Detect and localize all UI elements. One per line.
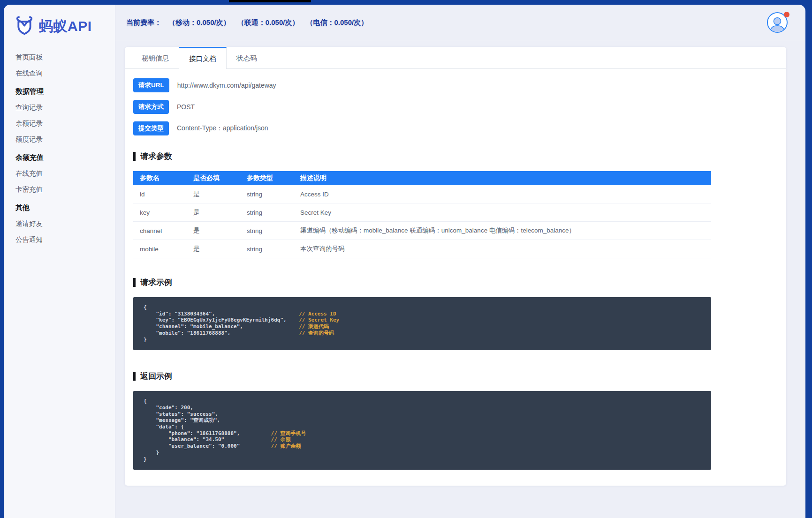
notification-dot-icon bbox=[784, 12, 789, 17]
section-request-params: 请求参数 bbox=[133, 151, 721, 162]
code-comment: // 余额 bbox=[271, 436, 291, 443]
logo[interactable]: 蚂蚁API bbox=[4, 5, 115, 49]
content-type-value: Content-Type：application/json bbox=[177, 124, 268, 133]
request-url-badge: 请求URL bbox=[133, 78, 169, 92]
sidebar-item-online-recharge[interactable]: 在线充值 bbox=[15, 165, 115, 181]
content-scroll-area: 秘钥信息 接口文档 状态码 请求URL http://www.dkym.com/… bbox=[115, 41, 805, 518]
tab-status-codes[interactable]: 状态码 bbox=[227, 47, 267, 68]
code-comment: // Secret Key bbox=[299, 317, 339, 323]
app-page: 蚂蚁API 首页面板 在线查询 数据管理 查询记录 余额记录 额度记录 余额充值… bbox=[4, 5, 805, 518]
user-avatar[interactable] bbox=[767, 12, 789, 34]
request-url-value: http://www.dkym.com/api/gateway bbox=[177, 82, 276, 89]
param-required: 是 bbox=[187, 203, 240, 222]
table-row: id 是 string Access ID bbox=[133, 185, 711, 203]
param-desc: 渠道编码（移动编码：mobile_balance 联通编码：unicom_bal… bbox=[294, 222, 711, 240]
col-header-description: 描述说明 bbox=[294, 171, 711, 185]
param-name: id bbox=[133, 185, 187, 203]
table-row: key 是 string Secret Key bbox=[133, 203, 711, 222]
code-comment: // 查询手机号 bbox=[271, 430, 306, 436]
code-text: "message": "查询成功", bbox=[144, 417, 271, 424]
browser-artifact-bar bbox=[229, 0, 311, 2]
tab-api-docs[interactable]: 接口文档 bbox=[179, 47, 227, 69]
sidebar: 蚂蚁API 首页面板 在线查询 数据管理 查询记录 余额记录 额度记录 余额充值… bbox=[4, 5, 115, 518]
section-request-params-title: 请求参数 bbox=[140, 151, 172, 162]
content-type-badge: 提交类型 bbox=[133, 121, 169, 135]
logo-text: 蚂蚁API bbox=[39, 17, 92, 36]
table-row: mobile 是 string 本次查询的号码 bbox=[133, 240, 711, 258]
request-method-row: 请求方式 POST bbox=[133, 100, 721, 114]
sidebar-item-card-recharge[interactable]: 卡密充值 bbox=[15, 181, 115, 197]
fee-rate-mobile: （移动：0.050/次） bbox=[168, 18, 230, 27]
sidebar-item-invite-friends[interactable]: 邀请好友 bbox=[15, 216, 115, 232]
param-required: 是 bbox=[187, 222, 240, 240]
ant-logo-icon bbox=[14, 16, 35, 37]
param-name: key bbox=[133, 203, 187, 222]
section-response-example-title: 返回示例 bbox=[140, 371, 172, 382]
code-text: "code": 200, bbox=[144, 405, 271, 411]
code-text: } bbox=[144, 456, 271, 463]
col-header-required: 是否必填 bbox=[187, 171, 240, 185]
param-name: mobile bbox=[133, 240, 187, 258]
fee-rate-unicom: （联通：0.050/次） bbox=[237, 18, 299, 27]
params-table: 参数名 是否必填 参数类型 描述说明 id 是 string A bbox=[133, 171, 711, 258]
current-fee-rates: 当前费率： （移动：0.050/次） （联通：0.050/次） （电信：0.05… bbox=[126, 18, 368, 27]
col-header-param-name: 参数名 bbox=[133, 171, 187, 185]
param-type: string bbox=[240, 240, 294, 258]
sidebar-menu: 首页面板 在线查询 数据管理 查询记录 余额记录 额度记录 余额充值 在线充值 … bbox=[4, 49, 115, 248]
main-area: 当前费率： （移动：0.050/次） （联通：0.050/次） （电信：0.05… bbox=[115, 5, 805, 518]
param-type: string bbox=[240, 185, 294, 203]
code-text: "phone": "18611768888", bbox=[144, 430, 271, 437]
code-text: { bbox=[144, 304, 299, 311]
fee-rate-telecom: （电信：0.050/次） bbox=[306, 18, 368, 27]
response-example-code: { "code": 200, "status": "success", "mes… bbox=[133, 391, 711, 470]
request-url-row: 请求URL http://www.dkym.com/api/gateway bbox=[133, 78, 721, 92]
topbar: 当前费率： （移动：0.050/次） （联通：0.050/次） （电信：0.05… bbox=[115, 5, 805, 41]
api-doc-card: 秘钥信息 接口文档 状态码 请求URL http://www.dkym.com/… bbox=[125, 47, 786, 486]
sidebar-item-announcements[interactable]: 公告通知 bbox=[15, 232, 115, 248]
code-comment: // 账户余额 bbox=[271, 443, 301, 449]
param-desc: Access ID bbox=[294, 185, 711, 203]
code-text: "id": "3138034364", bbox=[144, 311, 299, 317]
section-request-example: 请求示例 bbox=[133, 277, 721, 288]
code-text: "mobile": "18611768888", bbox=[144, 330, 299, 337]
col-header-param-type: 参数类型 bbox=[240, 171, 294, 185]
code-text: { bbox=[144, 398, 271, 405]
sidebar-group-other: 其他 bbox=[15, 200, 115, 216]
code-text: "balance": "34.50" bbox=[144, 436, 271, 443]
table-row: channel 是 string 渠道编码（移动编码：mobile_balanc… bbox=[133, 222, 711, 240]
sidebar-group-recharge: 余额充值 bbox=[15, 150, 115, 165]
section-bar-icon bbox=[133, 152, 136, 161]
param-type: string bbox=[240, 203, 294, 222]
section-bar-icon bbox=[133, 278, 136, 287]
code-text: "key": "EBOEGqUx7yIjcFyU8egvKEyrmilhj6dq… bbox=[144, 317, 299, 323]
section-request-example-title: 请求示例 bbox=[140, 277, 172, 288]
sidebar-item-home[interactable]: 首页面板 bbox=[15, 49, 115, 65]
param-type: string bbox=[240, 222, 294, 240]
tab-panel-api-docs: 请求URL http://www.dkym.com/api/gateway 请求… bbox=[125, 69, 721, 470]
code-text: } bbox=[144, 450, 271, 456]
sidebar-group-data: 数据管理 bbox=[15, 83, 115, 99]
code-text: "status": "success", bbox=[144, 411, 271, 418]
sidebar-item-quota-records[interactable]: 额度记录 bbox=[15, 131, 115, 147]
section-bar-icon bbox=[133, 372, 136, 381]
tab-bar: 秘钥信息 接口文档 状态码 bbox=[125, 47, 786, 69]
section-response-example: 返回示例 bbox=[133, 371, 721, 382]
content-type-row: 提交类型 Content-Type：application/json bbox=[133, 121, 721, 135]
code-text: "user_balance": "0.000" bbox=[144, 443, 271, 450]
request-method-badge: 请求方式 bbox=[133, 100, 169, 114]
code-comment: // Access ID bbox=[299, 311, 336, 317]
request-example-code: { "id": "3138034364",// Access ID "key":… bbox=[133, 297, 711, 350]
param-required: 是 bbox=[187, 185, 240, 203]
sidebar-item-online-query[interactable]: 在线查询 bbox=[15, 65, 115, 81]
code-comment: // 查询的号码 bbox=[299, 330, 334, 336]
request-method-value: POST bbox=[177, 103, 195, 111]
param-desc: Secret Key bbox=[294, 203, 711, 222]
code-text: "channel": "mobile_balance", bbox=[144, 323, 299, 330]
code-comment: // 渠道代码 bbox=[299, 323, 329, 330]
tab-secret-info[interactable]: 秘钥信息 bbox=[132, 47, 179, 68]
param-name: channel bbox=[133, 222, 187, 240]
sidebar-item-query-records[interactable]: 查询记录 bbox=[15, 99, 115, 115]
sidebar-item-balance-records[interactable]: 余额记录 bbox=[15, 115, 115, 131]
params-table-header-row: 参数名 是否必填 参数类型 描述说明 bbox=[133, 171, 711, 185]
code-text: } bbox=[144, 337, 299, 343]
